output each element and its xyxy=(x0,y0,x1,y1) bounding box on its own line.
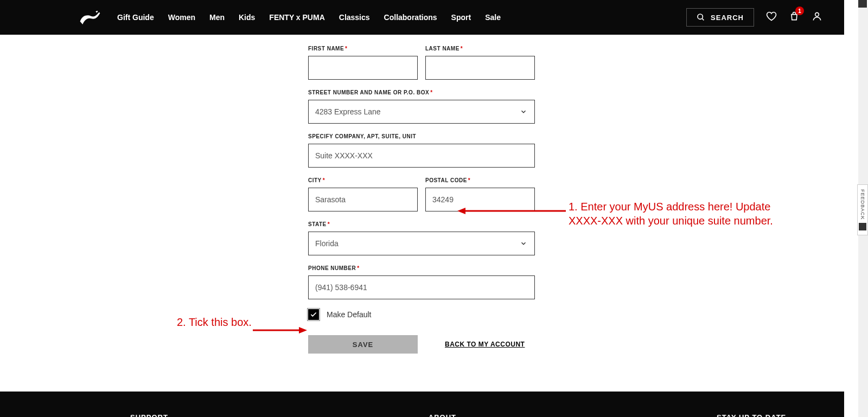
footer: SUPPORT ABOUT STAY UP TO DATE xyxy=(0,392,844,417)
footer-about[interactable]: ABOUT xyxy=(429,413,456,417)
arrow-1-icon xyxy=(457,208,566,219)
city-field: CITY* xyxy=(308,177,418,211)
state-field: STATE* xyxy=(308,221,535,255)
user-icon xyxy=(812,11,822,22)
heart-icon xyxy=(766,11,777,22)
nav-gift-guide[interactable]: Gift Guide xyxy=(117,13,154,22)
search-icon xyxy=(697,13,705,22)
last-name-field: LAST NAME* xyxy=(425,46,535,80)
address-form: FIRST NAME* LAST NAME* STREET NUMBER AND… xyxy=(308,46,843,354)
cart-button[interactable]: 1 xyxy=(789,11,800,24)
make-default-label: Make Default xyxy=(327,310,371,319)
footer-stay-up[interactable]: STAY UP TO DATE xyxy=(717,413,786,417)
nav-sale[interactable]: Sale xyxy=(485,13,501,22)
street-label: STREET NUMBER AND NAME OR P.O. BOX* xyxy=(308,89,535,95)
nav-fenty[interactable]: FENTY x PUMA xyxy=(269,13,324,22)
main-nav: Gift Guide Women Men Kids FENTY x PUMA C… xyxy=(117,13,501,22)
first-name-field: FIRST NAME* xyxy=(308,46,418,80)
puma-logo[interactable] xyxy=(79,9,101,25)
state-label: STATE* xyxy=(308,221,535,227)
street-field: STREET NUMBER AND NAME OR P.O. BOX* xyxy=(308,89,535,124)
postal-label: POSTAL CODE* xyxy=(425,177,535,183)
last-name-label: LAST NAME* xyxy=(425,46,535,52)
check-icon xyxy=(310,311,317,318)
svg-marker-4 xyxy=(457,208,465,214)
postal-field: POSTAL CODE* xyxy=(425,177,535,211)
city-label: CITY* xyxy=(308,177,418,183)
page-content: FIRST NAME* LAST NAME* STREET NUMBER AND… xyxy=(0,35,844,386)
company-input[interactable] xyxy=(308,144,535,168)
first-name-input[interactable] xyxy=(308,56,418,80)
svg-marker-6 xyxy=(299,327,307,333)
account-button[interactable] xyxy=(812,11,822,24)
street-input[interactable] xyxy=(308,100,535,124)
back-link[interactable]: BACK TO MY ACCOUNT xyxy=(445,341,525,348)
main-header: Gift Guide Women Men Kids FENTY x PUMA C… xyxy=(0,0,844,35)
search-button[interactable]: SEARCH xyxy=(686,8,754,27)
company-label: SPECIFY COMPANY, APT, SUITE, UNIT xyxy=(308,133,535,139)
first-name-label: FIRST NAME* xyxy=(308,46,418,52)
nav-classics[interactable]: Classics xyxy=(339,13,370,22)
nav-collaborations[interactable]: Collaborations xyxy=(384,13,437,22)
svg-line-1 xyxy=(702,18,704,20)
phone-field: PHONE NUMBER* xyxy=(308,265,535,299)
make-default-checkbox[interactable] xyxy=(308,309,319,320)
state-input[interactable] xyxy=(308,232,535,255)
company-field: SPECIFY COMPANY, APT, SUITE, UNIT xyxy=(308,133,535,168)
annotation-1: 1. Enter your MyUS address here! Update … xyxy=(569,200,775,228)
nav-women[interactable]: Women xyxy=(168,13,195,22)
last-name-input[interactable] xyxy=(425,56,535,80)
svg-point-0 xyxy=(698,14,703,19)
search-label: SEARCH xyxy=(711,14,744,22)
cart-badge: 1 xyxy=(795,7,804,15)
svg-point-2 xyxy=(815,12,819,16)
nav-kids[interactable]: Kids xyxy=(239,13,255,22)
header-actions: SEARCH 1 xyxy=(686,8,822,27)
footer-support[interactable]: SUPPORT xyxy=(130,413,168,417)
annotation-2: 2. Tick this box. xyxy=(177,316,252,329)
phone-input[interactable] xyxy=(308,275,535,299)
save-button[interactable]: SAVE xyxy=(308,335,418,354)
phone-label: PHONE NUMBER* xyxy=(308,265,535,271)
nav-sport[interactable]: Sport xyxy=(451,13,471,22)
arrow-2-icon xyxy=(253,327,307,338)
nav-men[interactable]: Men xyxy=(209,13,225,22)
city-input[interactable] xyxy=(308,188,418,211)
wishlist-button[interactable] xyxy=(766,11,777,24)
